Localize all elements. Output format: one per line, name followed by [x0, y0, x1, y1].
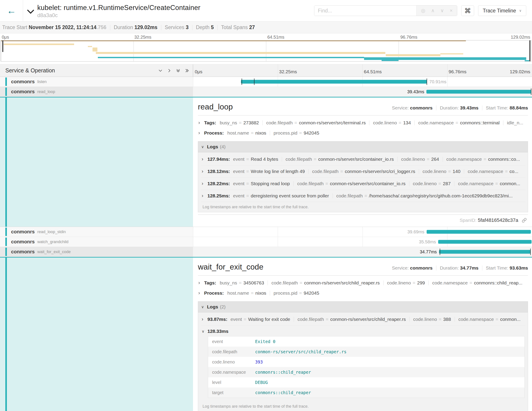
log-field-value: 393: [255, 360, 263, 364]
span-duration-bar[interactable]: [439, 250, 531, 254]
process-row[interactable]: ›Process:host.name=nixosprocess.pid=9420…: [198, 128, 528, 138]
field-divider: [482, 106, 482, 110]
chevron-down-icon: ∨: [201, 305, 204, 309]
span-row-timeline-cell[interactable]: 39.69ms: [193, 227, 532, 237]
log-entry[interactable]: ›128.22ms:event=Stopping read loopcode.f…: [201, 178, 526, 190]
field-divider: [383, 280, 384, 285]
minimap-span-segment: [525, 60, 530, 61]
span-detail-title: wait_for_exit_code: [198, 263, 263, 271]
tick-label: 32.25ms: [134, 35, 152, 40]
span-row-label-cell[interactable]: conmonrswatch_grandchild: [0, 237, 193, 247]
log-field-value: conmon-rs/server/src/child_reaper.rs: [255, 349, 347, 354]
summary-item: Total Spans 27: [221, 24, 255, 30]
search-input[interactable]: [314, 6, 416, 16]
tag-value: conmon-rs/server/src/child_reaper.rs: [330, 317, 406, 322]
next-result-icon[interactable]: ∨: [440, 8, 444, 14]
span-row-label-cell[interactable]: conmonrslisten: [0, 77, 193, 87]
log-entry[interactable]: ›127.94ms:event=Read 4 bytescode.filepat…: [201, 153, 526, 166]
tag-equals: =: [300, 280, 302, 285]
span-row[interactable]: conmonrswatch_grandchild35.58ms: [0, 237, 532, 247]
tag-equals: =: [246, 157, 249, 162]
tags-label: Tags:: [204, 120, 216, 126]
span-duration-bar[interactable]: [426, 90, 531, 94]
clear-search-icon[interactable]: ×: [450, 8, 453, 14]
page-title: kubelet: runtime.v1.RuntimeService/Creat…: [37, 4, 200, 12]
logs-section: ∨Logs(4)›127.94ms:event=Read 4 bytescode…: [198, 141, 528, 212]
tag-equals: =: [364, 193, 367, 198]
tag-equals: =: [413, 280, 415, 285]
tag-item: process.pid=942045: [274, 290, 319, 296]
span-id-value: 5faf48165428c37a: [478, 217, 518, 223]
span-row-timeline-cell[interactable]: 35.58ms: [193, 237, 532, 247]
tag-value: conmon-rs/server/src/container_io.rs: [330, 181, 406, 186]
span-row[interactable]: conmonrsread_loop_stdin39.69ms: [0, 227, 532, 237]
copy-link-icon[interactable]: [522, 218, 527, 223]
tag-equals: =: [438, 181, 441, 186]
minimap-drag-handle[interactable]: [529, 40, 531, 61]
keyboard-shortcuts-button[interactable]: ⌘: [461, 5, 474, 16]
tag-value: Waiting for exit code: [248, 317, 290, 322]
span-detail-meta: Service: conmonrsDuration: 34.77msStart …: [392, 265, 528, 271]
logs-title: Logs: [207, 144, 218, 149]
tags-row[interactable]: ›Tags:busy_ns=273882code.filepath=conmon…: [198, 118, 528, 128]
span-row-timeline-cell[interactable]: 70.91ms: [193, 77, 532, 87]
tag-item: host.name=nixos: [228, 290, 266, 296]
span-row[interactable]: conmonrsread_loop39.43ms: [0, 87, 532, 97]
tags-row[interactable]: ›Tags:busy_ns=34506763code.filepath=conm…: [198, 278, 528, 288]
span-accent-bar: [5, 98, 7, 227]
span-row-timeline-cell[interactable]: 34.77ms: [193, 247, 532, 257]
expand-all-icon[interactable]: [185, 68, 189, 73]
span-table-body: conmonrslisten70.91msconmonrsread_loop39…: [0, 77, 532, 411]
target-icon[interactable]: ◎: [421, 8, 425, 14]
chevron-right-icon: ›: [198, 130, 201, 136]
span-duration-bar[interactable]: [438, 240, 532, 244]
log-field-row: levelDEBUG: [208, 377, 524, 387]
minimap-canvas[interactable]: [1, 40, 531, 61]
tag-key: code.filepath: [336, 193, 363, 198]
process-label: Process:: [204, 290, 224, 296]
prev-result-icon[interactable]: ∧: [431, 8, 435, 14]
tag-item: event=deregistering event source from po…: [233, 193, 329, 198]
collapse-header-icon[interactable]: [27, 10, 34, 15]
log-entry[interactable]: ›93.87ms:event=Waiting for exit codecode…: [201, 313, 526, 325]
collapse-one-icon[interactable]: [158, 68, 163, 73]
detail-meta-item: Start Time: 88.84ms: [486, 105, 528, 111]
back-button[interactable]: ←: [0, 0, 23, 21]
logs-header[interactable]: ∨Logs(4): [198, 141, 528, 152]
field-divider: [503, 120, 504, 125]
log-timestamp: 128.33ms: [208, 329, 228, 334]
log-field-key: target: [208, 390, 255, 395]
span-row[interactable]: conmonrswait_for_exit_code34.77ms: [0, 247, 532, 257]
tag-item: code.namespace=conmonrs::child_reap...: [432, 280, 522, 285]
tick-label: 129.02ms: [510, 69, 530, 74]
span-service-name: conmonrs: [11, 89, 35, 95]
tag-value: conmon-rs/server/src/container_io.rs: [318, 157, 394, 162]
span-row-timeline-cell[interactable]: 39.43ms: [193, 87, 532, 97]
collapse-all-icon[interactable]: [176, 68, 180, 73]
span-duration-bar[interactable]: [241, 80, 427, 84]
expand-one-icon[interactable]: [167, 68, 171, 73]
summary-item: Depth 5: [196, 24, 214, 30]
tag-value: 942045: [304, 290, 319, 295]
process-row[interactable]: ›Process:host.name=nixosprocess.pid=9420…: [198, 288, 528, 298]
span-row-label-cell[interactable]: conmonrsread_loop_stdin: [0, 227, 193, 237]
span-row-label-cell[interactable]: conmonrswait_for_exit_code: [0, 247, 193, 257]
field-divider: [443, 157, 443, 162]
logs-header[interactable]: ∨Logs(2): [198, 302, 528, 313]
span-row-label-cell[interactable]: conmonrsread_loop: [0, 87, 193, 97]
chevron-right-icon: ›: [202, 156, 205, 162]
minimap-span-segment: [88, 46, 92, 47]
view-selector-button[interactable]: Trace Timeline ∨: [478, 5, 526, 16]
minimap-span-segment: [440, 53, 463, 54]
log-entry[interactable]: ∨128.33ms: [201, 325, 526, 335]
minimap-drag-handle[interactable]: [2, 40, 3, 52]
log-entry[interactable]: ›128.25ms:event=deregistering event sour…: [201, 190, 526, 202]
chevron-right-icon: ›: [202, 168, 205, 174]
log-entry[interactable]: ›128.12ms:event=Wrote log line of length…: [201, 166, 526, 178]
log-field-value: conmonrs::child_reaper: [255, 370, 311, 375]
tag-item: event=Wrote log line of length 49: [233, 169, 305, 174]
span-row[interactable]: conmonrslisten70.91ms: [0, 77, 532, 87]
tag-equals: =: [340, 169, 343, 174]
span-accent-bar: [5, 248, 7, 256]
span-duration-bar[interactable]: [427, 230, 531, 234]
